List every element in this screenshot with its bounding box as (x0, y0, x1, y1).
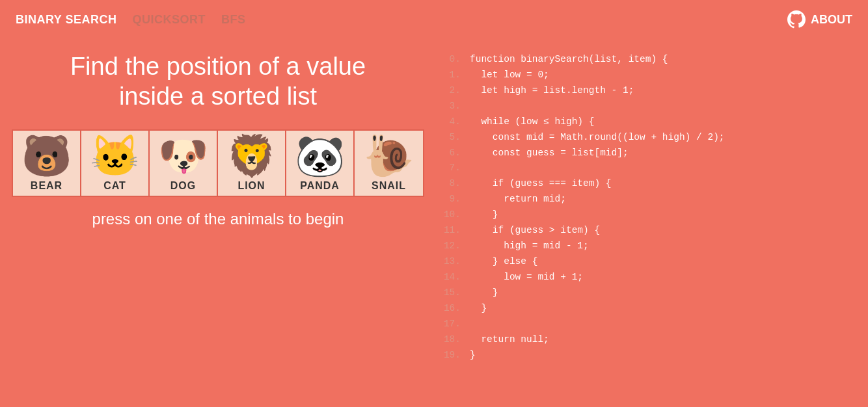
line-number: 8. (442, 176, 461, 192)
code-line: 2. let high = list.length - 1; (442, 83, 855, 99)
animal-card-cat[interactable]: 🐱CAT (81, 131, 150, 196)
line-number: 14. (442, 270, 461, 285)
animal-label: LION (237, 180, 265, 192)
line-number: 5. (442, 130, 461, 146)
animal-emoji: 🐼 (295, 136, 345, 176)
navbar: BINARY SEARCH QUICKSORT BFS ABOUT (0, 0, 868, 39)
line-number: 7. (442, 161, 461, 176)
line-code: } (470, 285, 498, 301)
code-line: 12. high = mid - 1; (442, 239, 855, 254)
animal-card-panda[interactable]: 🐼PANDA (286, 131, 355, 196)
line-code: function binarySearch(list, item) { (470, 52, 668, 68)
code-line: 16. } (442, 301, 855, 317)
code-line: 6. const guess = list[mid]; (442, 146, 855, 161)
code-panel: 0.function binarySearch(list, item) {1. … (436, 39, 868, 407)
animal-label: DOG (170, 180, 196, 192)
left-panel: Find the position of a valueinside a sor… (0, 39, 436, 407)
animal-emoji: 🐶 (158, 136, 208, 176)
code-line: 11. if (guess > item) { (442, 223, 855, 239)
main-layout: Find the position of a valueinside a sor… (0, 39, 868, 407)
animal-emoji: 🦁 (226, 136, 277, 176)
line-code: high = mid - 1; (470, 239, 589, 254)
line-code: return null; (470, 332, 549, 348)
line-number: 17. (442, 317, 461, 332)
nav-quicksort[interactable]: QUICKSORT (133, 13, 206, 27)
animal-label: BEAR (31, 180, 62, 192)
line-number: 3. (442, 99, 461, 114)
code-line: 18. return null; (442, 332, 855, 348)
line-number: 13. (442, 254, 461, 270)
line-number: 10. (442, 207, 461, 223)
line-code: const mid = Math.round((low + high) / 2)… (470, 130, 725, 146)
nav-bfs[interactable]: BFS (221, 13, 246, 27)
line-code: while (low ≤ high) { (470, 114, 594, 130)
line-number: 12. (442, 239, 461, 254)
code-block: 0.function binarySearch(list, item) {1. … (442, 52, 855, 363)
animal-card-lion[interactable]: 🦁LION (218, 131, 286, 196)
line-code: } (470, 207, 498, 223)
headline: Find the position of a valueinside a sor… (70, 52, 366, 111)
code-line: 10. } (442, 207, 855, 223)
animal-label: PANDA (300, 180, 340, 192)
line-number: 6. (442, 146, 461, 161)
line-number: 15. (442, 285, 461, 301)
line-code: if (guess === item) { (470, 176, 612, 192)
code-line: 1. let low = 0; (442, 68, 855, 83)
code-line: 19.} (442, 348, 855, 363)
about-label: ABOUT (811, 13, 852, 27)
animal-emoji: 🐻 (21, 136, 72, 176)
line-code: let low = 0; (470, 68, 549, 83)
code-line: 14. low = mid + 1; (442, 270, 855, 285)
code-line: 17. (442, 317, 855, 332)
line-number: 16. (442, 301, 461, 317)
line-number: 11. (442, 223, 461, 239)
animal-card-dog[interactable]: 🐶DOG (150, 131, 218, 196)
line-number: 2. (442, 83, 461, 99)
code-line: 9. return mid; (442, 192, 855, 207)
line-number: 1. (442, 68, 461, 83)
line-code: const guess = list[mid]; (470, 146, 629, 161)
line-code: } (470, 348, 476, 363)
animal-emoji: 🐌 (364, 136, 414, 176)
code-line: 0.function binarySearch(list, item) { (442, 52, 855, 68)
line-number: 0. (442, 52, 461, 68)
code-line: 15. } (442, 285, 855, 301)
line-number: 9. (442, 192, 461, 207)
code-line: 3. (442, 99, 855, 114)
line-number: 4. (442, 114, 461, 130)
animal-card-snail[interactable]: 🐌SNAIL (355, 131, 423, 196)
nav-binary-search[interactable]: BINARY SEARCH (16, 13, 117, 27)
code-line: 7. (442, 161, 855, 176)
animal-emoji: 🐱 (90, 136, 140, 176)
github-icon (787, 10, 806, 29)
code-line: 5. const mid = Math.round((low + high) /… (442, 130, 855, 146)
line-code: let high = list.length - 1; (470, 83, 634, 99)
line-number: 19. (442, 348, 461, 363)
code-line: 8. if (guess === item) { (442, 176, 855, 192)
line-code: } else { (470, 254, 537, 270)
about-link[interactable]: ABOUT (787, 10, 852, 29)
code-line: 13. } else { (442, 254, 855, 270)
line-code: low = mid + 1; (470, 270, 583, 285)
prompt-text: press on one of the animals to begin (92, 210, 344, 228)
line-number: 18. (442, 332, 461, 348)
animal-label: SNAIL (372, 180, 406, 192)
code-line: 4. while (low ≤ high) { (442, 114, 855, 130)
line-code: if (guess > item) { (470, 223, 600, 239)
line-code: return mid; (470, 192, 566, 207)
animals-grid: 🐻BEAR🐱CAT🐶DOG🦁LION🐼PANDA🐌SNAIL (12, 129, 424, 197)
animal-card-bear[interactable]: 🐻BEAR (13, 131, 81, 196)
line-code: } (470, 301, 487, 317)
animal-label: CAT (103, 180, 126, 192)
